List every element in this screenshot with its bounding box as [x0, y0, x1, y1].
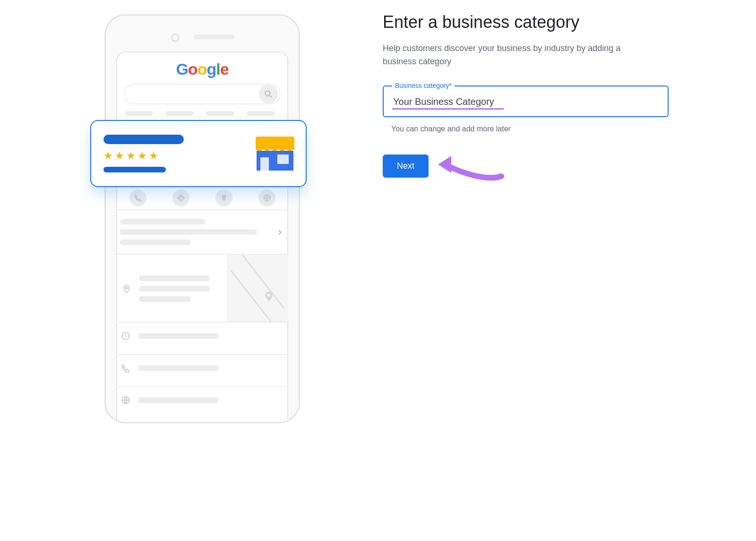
hours-section [116, 322, 288, 349]
storefront-icon [257, 137, 293, 171]
search-tabs-skeleton [125, 111, 280, 116]
form-column: Enter a business category Help customers… [383, 11, 669, 180]
svg-point-3 [126, 287, 128, 289]
annotation-underline [392, 108, 504, 110]
phone-side-button [299, 202, 300, 236]
result-title-skeleton [103, 135, 184, 144]
local-result-card: ★★★★★ [90, 120, 307, 187]
phone-illustration: Google [104, 14, 297, 421]
directions-icon [172, 189, 189, 206]
page-subtitle: Help customers discover your business by… [383, 42, 647, 69]
google-logo: Google [117, 61, 287, 77]
annotation-arrow [435, 152, 506, 180]
helper-text: You can change and add more later [391, 125, 669, 133]
search-bar-illustration [124, 84, 281, 104]
website-icon [258, 189, 275, 206]
clock-icon [120, 331, 131, 341]
info-section-1: › [116, 209, 288, 254]
business-category-field[interactable]: Business category* [383, 86, 669, 117]
business-category-label: Business category* [392, 82, 455, 89]
business-category-input[interactable] [392, 96, 661, 108]
next-button[interactable]: Next [383, 155, 429, 178]
chevron-right-icon: › [275, 226, 284, 238]
page-title: Enter a business category [383, 11, 669, 33]
pin-outline-icon [121, 283, 132, 294]
phone-camera-dot [171, 34, 180, 42]
action-icons-row [116, 189, 288, 206]
globe-icon [120, 395, 131, 405]
web-section [116, 386, 288, 413]
phone-frame: Google [104, 14, 300, 423]
svg-point-0 [265, 91, 270, 96]
result-subtitle-skeleton [103, 167, 166, 172]
phone-icon [120, 363, 131, 373]
svg-line-1 [269, 95, 272, 97]
map-pin-icon [263, 289, 275, 306]
rating-stars: ★★★★★ [103, 150, 184, 162]
phone-speaker [194, 34, 234, 39]
location-section [116, 254, 288, 323]
svg-point-4 [267, 294, 271, 297]
map-thumbnail [227, 255, 288, 323]
bookmark-icon [215, 189, 232, 206]
call-icon [129, 189, 146, 206]
phone-section [116, 354, 288, 381]
search-icon [259, 85, 278, 103]
